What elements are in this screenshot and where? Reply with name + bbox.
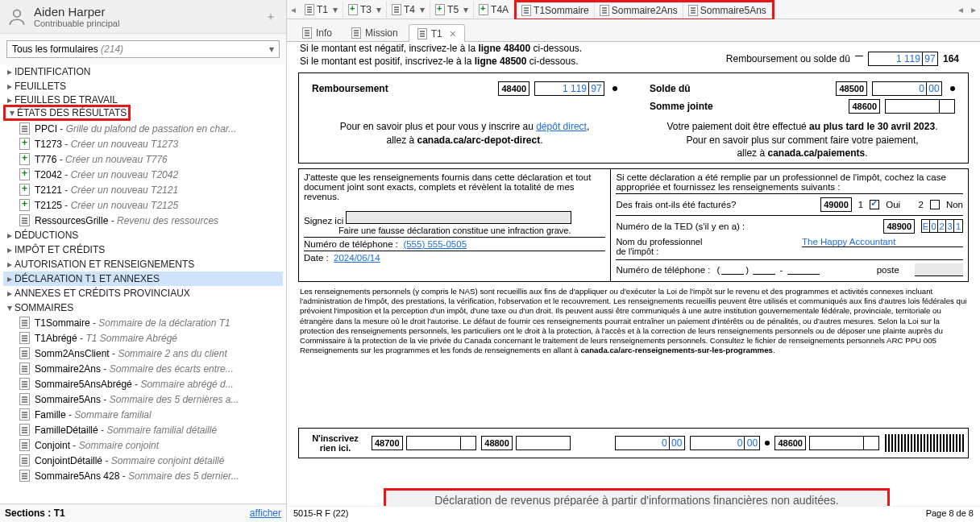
tabbar-prev[interactable]: ◂ [287,4,300,15]
user-name: Aiden Harper [34,5,119,19]
tab-sommaire5ans[interactable]: Sommaire5Ans [683,2,772,19]
prof-phone[interactable]: () - [716,265,819,275]
tabbar-next[interactable]: ▸ [967,4,980,15]
tree-item-somm5ans428[interactable]: Sommaire5Ans 428 - Sommaire des 5 dernie… [3,468,283,483]
subtab-info[interactable]: Info [293,23,341,41]
user-role: Contribuable principal [34,19,119,28]
new-doc-icon [19,184,30,196]
solde-amount[interactable] [872,81,942,96]
tree-item-t1abrege[interactable]: T1Abrégé - T1 Sommaire Abrégé [3,330,283,346]
cat-sommaires[interactable]: SOMMAIRES [3,300,283,315]
tab-sommaire2ans[interactable]: Sommaire2Ans [595,2,683,19]
form-reference: 5015-R F (22) [293,508,348,520]
bullet-icon [950,86,955,91]
chevron-down-icon[interactable] [374,4,381,15]
cat-auth[interactable]: AUTORISATION ET RENSEIGNEMENTS [3,257,283,271]
tree-item-familledetaille[interactable]: FamilleDétaillé - Sommaire familial déta… [3,422,283,437]
page-footer: 5015-R F (22) Page 8 de 8 [287,506,980,522]
somme-amount[interactable] [885,99,955,114]
doc-icon [417,28,427,39]
checkbox-non[interactable] [930,200,940,209]
tel-value[interactable]: (555) 555-0505 [403,239,467,249]
new-doc-icon [19,168,30,180]
attestation-panel: J'atteste que les renseignements fournis… [298,168,969,282]
ted-number[interactable]: E0231 [921,219,963,233]
new-doc-icon [479,4,488,15]
refund-or-balance-row: Remboursement ou solde dû 164 [718,50,967,68]
cat-feuillets[interactable]: FEUILLETS [3,79,283,93]
deposit-note: Pour en savoir plus et pour vous y inscr… [312,120,617,133]
refund-amount[interactable] [534,81,604,96]
tab-t1sommaire[interactable]: T1Sommaire [517,2,595,19]
doc-subtabs: Info Mission T1× [287,19,980,42]
date-value[interactable]: 2024/06/14 [334,253,380,263]
form-filter-dropdown[interactable]: Tous les formulaires (214) [6,40,280,58]
line-48600: 48600 [849,99,880,114]
cat-etats[interactable]: ÉTATS DES RÉSULTATS [7,107,127,118]
doc-icon [19,122,30,135]
tree-item-somm2ansclient[interactable]: Somm2AnsClient - Sommaire 2 ans du clien… [3,346,283,361]
doc-icon [688,5,698,16]
tab-t3[interactable]: T3 [343,2,387,18]
tree-item-ressources[interactable]: RessourcesGrille - Revenu des ressources [3,213,283,228]
cat-provincial[interactable]: ANNEXES ET CRÉDITS PROVINCIAUX [3,286,283,300]
chevron-down-icon[interactable] [330,4,338,15]
poste-field[interactable] [915,263,963,276]
do-not-write-row: N'inscrivezrien ici. 48700 48800 48600 [298,428,969,458]
chevron-down-icon[interactable] [417,4,425,15]
doc-icon [19,393,30,405]
tab-t4[interactable]: T4 [387,2,430,18]
line-48800: 48800 [481,436,513,450]
doc-icon [19,454,30,466]
tab-t4a[interactable]: T4A [474,2,514,18]
checkbox-oui[interactable] [870,200,879,209]
tree-item-t2121[interactable]: T2121 - Créer un nouveau T2121 [3,182,283,197]
page-number: Page 8 de 8 [926,508,974,520]
professional-name[interactable]: The Happy Accountant [802,237,963,247]
pos-note: Si le montant est positif, inscrivez-le … [300,55,582,68]
doc-icon [19,439,30,451]
zero-amount-1[interactable] [615,436,685,450]
tabbar-prev2[interactable]: ◂ [954,4,967,15]
subtab-mission[interactable]: Mission [343,23,407,41]
tab-t1[interactable]: T1 [300,2,343,18]
final-amount[interactable] [809,436,879,450]
cat-impot[interactable]: IMPÔT ET CRÉDITS [3,242,283,257]
tree-item-conjoint[interactable]: Conjoint - Sommaire conjoint [3,437,283,453]
right-panel: ◂ T1 T3 T4 T5 T4A T1Sommaire Sommaire2An… [287,0,980,522]
doc-icon [19,317,30,329]
total-dec[interactable] [923,53,937,64]
document-body: Si le montant est négatif, inscrivez-le … [287,42,980,522]
tree-item-ppci[interactable]: PPCI - Grille du plafond de passation en… [3,121,283,136]
total-amount[interactable] [868,52,938,66]
cat-identification[interactable]: IDENTIFICATION [3,64,283,79]
tree-item-t1sommaire[interactable]: T1Sommaire - Sommaire de la déclaration … [3,315,283,330]
doc-icon [19,347,30,359]
subtab-t1[interactable]: T1× [409,24,465,42]
tree-item-t2042[interactable]: T2042 - Créer un nouveau T2042 [3,167,283,182]
tree-item-t776[interactable]: T776 - Créer un nouveau T776 [3,151,283,167]
close-icon[interactable]: × [450,28,456,39]
new-doc-icon [19,199,30,211]
chevron-down-icon[interactable] [461,4,468,15]
tree-item-sommaire5ans[interactable]: Sommaire5Ans - Sommaire des 5 dernières … [3,392,283,407]
tree-item-conjointdetaille[interactable]: ConjointDétaillé - Sommaire conjoint dét… [3,453,283,468]
signature-field[interactable] [346,211,571,224]
tree-item-famille[interactable]: Famille - Sommaire familial [3,407,283,422]
doc-icon [19,214,30,226]
48800-amount[interactable] [516,436,571,450]
total-int[interactable] [869,53,922,64]
tree-item-t1273[interactable]: T1273 - Créer un nouveau T1273 [3,136,283,151]
deposit-link[interactable]: dépôt direct [536,121,587,132]
tree-item-sommaire2ans[interactable]: Sommaire2Ans - Sommaire des écarts entre… [3,361,283,376]
add-taxpayer-button[interactable]: ＋ [262,6,280,27]
cat-deductions[interactable]: DÉDUCTIONS [3,228,283,242]
tab-t5[interactable]: T5 [430,2,474,18]
zero-amount-2[interactable] [690,436,760,450]
display-link[interactable]: afficher [250,508,281,519]
48700-amount[interactable] [406,436,476,450]
tree-item-t2125[interactable]: T2125 - Créer un nouveau T2125 [3,197,283,213]
tree-item-somm5ansabrege[interactable]: Sommaire5AnsAbrégé - Sommaire abrégé d..… [3,376,283,392]
doc-icon [305,4,314,15]
cat-t1-annexes[interactable]: DÉCLARATION T1 ET ANNEXES [3,271,283,286]
